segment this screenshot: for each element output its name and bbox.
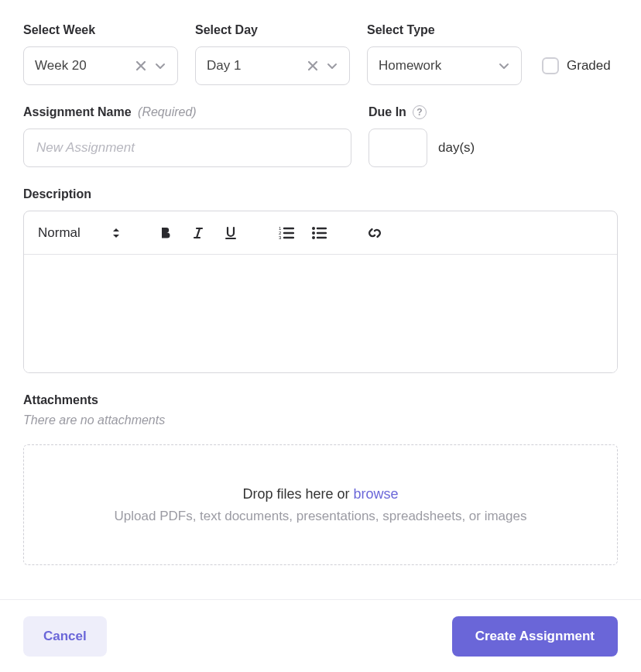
chevron-down-icon <box>154 60 166 72</box>
day-select[interactable]: Day 1 <box>195 46 350 85</box>
graded-label: Graded <box>567 58 611 74</box>
graded-checkbox[interactable] <box>542 57 559 74</box>
heading-picker[interactable]: Normal <box>38 225 121 241</box>
file-dropzone[interactable]: Drop files here or browse Upload PDFs, t… <box>23 444 618 565</box>
dropzone-main-text: Drop files here or browse <box>242 486 398 502</box>
clear-icon[interactable] <box>135 60 146 71</box>
svg-point-3 <box>312 227 315 230</box>
chevron-down-icon <box>498 60 510 72</box>
description-label: Description <box>23 187 618 201</box>
attachments-label: Attachments <box>23 393 618 407</box>
attachments-empty-text: There are no attachments <box>23 413 618 427</box>
dropzone-sub-text: Upload PDFs, text documents, presentatio… <box>115 509 527 524</box>
bold-button[interactable] <box>155 222 177 244</box>
type-label: Select Type <box>367 23 522 37</box>
due-suffix: day(s) <box>438 140 475 156</box>
underline-button[interactable] <box>220 222 242 244</box>
type-select[interactable]: Homework <box>367 46 522 85</box>
week-label: Select Week <box>23 23 178 37</box>
editor-body[interactable] <box>24 255 617 372</box>
svg-point-5 <box>312 236 315 239</box>
editor-toolbar: Normal <box>24 211 617 255</box>
due-label-wrap: Due In ? <box>368 105 475 119</box>
chevron-down-icon <box>326 60 338 72</box>
ordered-list-button[interactable]: 123 <box>276 222 297 244</box>
svg-text:3: 3 <box>279 235 282 240</box>
due-label: Due In <box>368 105 406 119</box>
due-days-input[interactable] <box>368 129 427 167</box>
day-label: Select Day <box>195 23 350 37</box>
footer: Cancel Create Assignment <box>0 599 641 672</box>
dropzone-prefix: Drop files here or <box>242 486 353 502</box>
assignment-name-input[interactable] <box>23 129 351 167</box>
sort-icon <box>111 227 121 239</box>
name-label: Assignment Name (Required) <box>23 105 351 119</box>
unordered-list-button[interactable] <box>308 222 330 244</box>
italic-button[interactable] <box>187 222 209 244</box>
type-select-value: Homework <box>379 58 490 74</box>
heading-picker-label: Normal <box>38 225 81 241</box>
create-assignment-button[interactable]: Create Assignment <box>452 616 618 657</box>
browse-link[interactable]: browse <box>354 486 399 502</box>
rich-text-editor: Normal <box>23 211 618 373</box>
link-button[interactable] <box>364 222 386 244</box>
clear-icon[interactable] <box>307 60 318 71</box>
week-select[interactable]: Week 20 <box>23 46 178 85</box>
required-hint: (Required) <box>138 105 197 118</box>
name-label-text: Assignment Name <box>23 105 132 118</box>
help-icon[interactable]: ? <box>413 105 427 119</box>
cancel-button[interactable]: Cancel <box>23 616 107 657</box>
svg-point-4 <box>312 231 315 235</box>
day-select-value: Day 1 <box>207 58 300 74</box>
week-select-value: Week 20 <box>35 58 128 74</box>
